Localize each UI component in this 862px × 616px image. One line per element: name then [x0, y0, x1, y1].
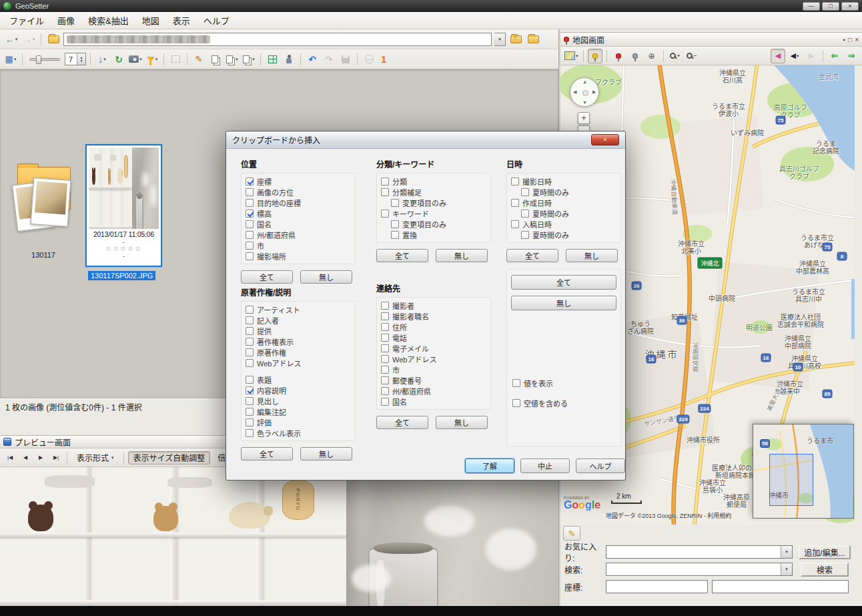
history-back-button[interactable]: ◀▾ [787, 49, 802, 63]
checkbox-box[interactable] [521, 210, 529, 218]
show-values-checkbox[interactable]: 値を表示 [512, 378, 616, 387]
dialog-checkbox[interactable]: 州/都道府県 [246, 230, 351, 239]
dialog-checkbox[interactable]: 見出し [246, 396, 351, 405]
dialog-checkbox[interactable]: 電子メイル [381, 344, 486, 352]
float-window-icon[interactable]: □ [848, 36, 852, 43]
latitude-input[interactable] [606, 580, 708, 593]
map-pane-header[interactable]: 地図画面 ▪ □ × [560, 32, 862, 47]
dialog-checkbox[interactable]: 撮影者 [381, 301, 486, 310]
dialog-checkbox[interactable]: 州/都道府県 [381, 386, 486, 395]
google-logo[interactable]: POWERED BY Google [564, 497, 600, 511]
checkbox-box[interactable] [511, 220, 519, 228]
overview-viewport[interactable] [769, 454, 813, 506]
dock-pin-icon[interactable]: ▪ [843, 36, 846, 43]
include-empty-checkbox[interactable]: 空値を含める [512, 398, 616, 407]
undo-button[interactable]: ↶ [305, 52, 320, 67]
dialog-checkbox[interactable]: Webアドレス [246, 358, 351, 367]
marker-red-button[interactable] [611, 49, 626, 63]
checkbox-box[interactable] [381, 387, 389, 395]
export-table-button[interactable] [265, 52, 280, 67]
checkbox-box[interactable] [391, 231, 399, 239]
checkbox-box[interactable] [246, 429, 254, 437]
checkbox-box[interactable] [246, 397, 254, 405]
dialog-checkbox[interactable]: 市 [246, 241, 351, 250]
overview-map[interactable]: うるま市沖縄市 58 [753, 424, 854, 519]
checkbox-box[interactable] [246, 199, 254, 207]
keywords-all-button[interactable]: 全て [376, 249, 428, 262]
checkbox-box[interactable] [381, 366, 389, 374]
search-combo[interactable]: ▾ [606, 563, 793, 576]
history-forward-button[interactable]: ▶ [804, 49, 819, 63]
checkbox-box[interactable] [246, 376, 254, 384]
dialog-checkbox[interactable]: 置換 [391, 230, 486, 239]
minimize-button[interactable]: — [803, 2, 820, 11]
menu-item[interactable]: 地図 [135, 11, 166, 29]
close-pane-icon[interactable]: × [855, 36, 859, 43]
checkbox-box[interactable] [246, 242, 254, 250]
checkbox-box[interactable] [246, 188, 254, 196]
checkbox-box[interactable] [381, 302, 389, 310]
copy-button[interactable] [208, 52, 223, 67]
prev-image-button[interactable]: ◀ [19, 451, 32, 465]
dialog-checkbox[interactable]: 撮影者職名 [381, 312, 486, 320]
chevron-down-icon[interactable]: ▾ [781, 563, 792, 575]
dialog-checkbox[interactable]: 提供 [246, 326, 351, 335]
zoom-out-button[interactable]: − [685, 49, 699, 63]
pan-up-icon[interactable]: ▲ [582, 79, 587, 84]
checkbox-box[interactable] [381, 188, 389, 196]
dialog-checkbox[interactable]: 目的地の座標 [246, 198, 351, 207]
checkbox-box[interactable] [381, 334, 389, 342]
dialog-checkbox[interactable]: 夏時間のみ [521, 188, 616, 196]
dialog-checkbox[interactable]: 変更項目のみ [391, 198, 486, 207]
position-all-button[interactable]: 全て [241, 270, 293, 284]
map-type-button[interactable]: ▾ [564, 49, 579, 63]
dialog-checkbox[interactable]: 座標 [246, 177, 351, 186]
select-all-button[interactable]: 全て [511, 275, 616, 290]
first-image-button[interactable]: |◀ [3, 451, 17, 465]
dialog-checkbox[interactable]: 電話 [381, 333, 486, 342]
checkbox-box[interactable] [246, 359, 254, 367]
copyright-all-button[interactable]: 全て [241, 447, 293, 460]
dialog-checkbox[interactable]: 夏時間のみ [521, 230, 616, 239]
dialog-checkbox[interactable]: 入稿日時 [511, 220, 616, 228]
dialog-checkbox[interactable]: 記入者 [246, 316, 351, 324]
address-input[interactable] [63, 33, 492, 46]
cancel-button[interactable]: 中止 [520, 458, 570, 473]
checkbox-box[interactable] [511, 178, 519, 186]
dialog-close-button[interactable]: × [591, 134, 619, 145]
forward-button[interactable]: →▾ [21, 32, 36, 47]
map-pan-control[interactable]: ▲ ▼ ◀ ▶ [570, 77, 599, 107]
dialog-checkbox[interactable]: 内容説明 [246, 386, 351, 394]
checkbox-box[interactable] [511, 199, 519, 207]
display-format-button[interactable]: 表示形式▾ [71, 451, 119, 465]
checkbox-box[interactable] [391, 220, 399, 228]
contact-all-button[interactable]: 全て [376, 416, 428, 429]
maximize-button[interactable]: □ [822, 2, 839, 11]
dialog-checkbox[interactable]: 表題 [246, 375, 351, 384]
checkbox-box[interactable] [381, 398, 389, 406]
jump-left-button[interactable]: ⇐ [827, 49, 842, 63]
folder-tile[interactable]: 130117 [5, 149, 81, 266]
marker-gray-button[interactable] [628, 49, 642, 63]
thumbnail-size-slider[interactable] [29, 58, 60, 61]
view-mode-button[interactable]: ▦▾ [3, 52, 18, 67]
last-image-button[interactable]: ▶| [49, 451, 63, 465]
checkbox-box[interactable] [246, 348, 254, 356]
checkbox-box[interactable] [381, 376, 389, 384]
save-button[interactable] [338, 52, 353, 67]
dialog-checkbox[interactable]: 市 [381, 365, 486, 374]
checkbox-box[interactable] [381, 344, 389, 352]
menu-item[interactable]: 表示 [166, 11, 197, 29]
gps-track-button[interactable] [282, 52, 296, 67]
dialog-checkbox[interactable]: 評価 [246, 418, 351, 426]
datetime-none-button[interactable]: 無し [566, 249, 618, 262]
keywords-none-button[interactable]: 無し [436, 249, 488, 262]
web-button[interactable] [362, 52, 376, 67]
copyright-none-button[interactable]: 無し [300, 447, 352, 460]
dialog-checkbox[interactable]: キーワード [381, 209, 486, 218]
dialog-checkbox[interactable]: 撮影日時 [511, 177, 616, 186]
dialog-checkbox[interactable]: 国名 [246, 220, 351, 228]
dialog-checkbox[interactable]: 編集注記 [246, 407, 351, 416]
chevron-down-icon[interactable]: ▾ [781, 546, 792, 558]
datetime-all-button[interactable]: 全て [506, 249, 558, 262]
